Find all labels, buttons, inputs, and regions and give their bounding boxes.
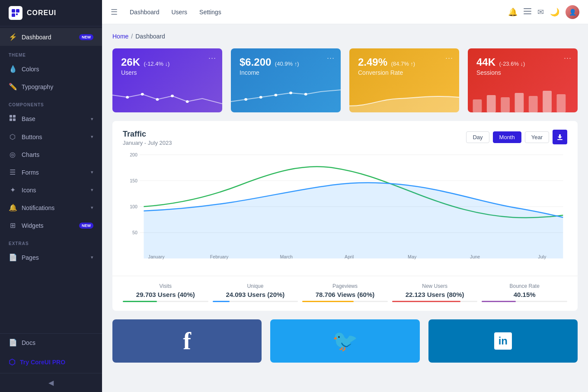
traffic-subtitle: January - July 2023 [123, 140, 172, 146]
sidebar-item-typography[interactable]: ✏️ Typography [0, 78, 102, 96]
stat-unique-label: Unique [213, 283, 298, 289]
sidebar-item-label: Dashboard [22, 34, 51, 41]
svg-rect-7 [13, 118, 16, 121]
typography-icon: ✏️ [9, 83, 16, 91]
stat-bounce: Bounce Rate 40.15% [482, 283, 567, 302]
svg-point-19 [289, 92, 292, 94]
stat-more-button[interactable]: ··· [327, 54, 335, 63]
sidebar-item-charts[interactable]: ◎ Charts [0, 146, 102, 163]
stat-pageviews-value: 78.706 Views (60%) [302, 291, 388, 298]
chevron-icon: ▾ [91, 187, 93, 193]
chevron-icon: ▾ [91, 169, 93, 175]
period-day-button[interactable]: Day [466, 131, 489, 143]
stat-change: (40.9% ↑) [275, 61, 299, 67]
new-badge: NEW [79, 223, 93, 229]
stats-grid: ··· 26K (-12.4% ↓) Users [112, 48, 578, 112]
sidebar-item-pages[interactable]: 📄 Pages ▾ [0, 249, 102, 266]
sidebar-item-base[interactable]: Base ▾ [0, 110, 102, 128]
stat-more-button[interactable]: ··· [445, 54, 453, 63]
sidebar-item-widgets[interactable]: ⊞ Widgets NEW [0, 217, 102, 234]
svg-rect-0 [12, 9, 15, 13]
period-month-button[interactable]: Month [493, 131, 521, 143]
svg-rect-4 [10, 115, 12, 118]
sidebar-item-dashboard[interactable]: ⚡ Dashboard NEW [0, 28, 102, 46]
chevron-icon: ▾ [91, 205, 93, 210]
traffic-stats: Visits 29.703 Users (40%) Unique 24.093 … [112, 276, 578, 311]
base-icon [9, 115, 16, 123]
svg-rect-26 [543, 91, 552, 112]
stat-pageviews-fill [302, 301, 354, 302]
sidebar-logo[interactable]: COREUI [0, 0, 102, 26]
linkedin-icon: in [494, 332, 512, 350]
try-pro-label: Try CoreUI PRO [20, 359, 65, 366]
stat-unique: Unique 24.093 Users (20%) [213, 283, 298, 302]
list-icon[interactable] [524, 7, 531, 16]
logo-icon [9, 6, 22, 20]
theme-section-label: THEME [0, 46, 102, 60]
widgets-icon: ⊞ [9, 221, 16, 229]
stat-more-button[interactable]: ··· [208, 54, 216, 63]
sidebar-item-colors[interactable]: 💧 Colors [0, 60, 102, 78]
svg-point-20 [304, 93, 307, 96]
stat-pageviews-bar [302, 301, 388, 302]
sidebar-item-buttons[interactable]: ⬡ Buttons ▾ [0, 128, 102, 146]
stat-visits-value: 29.703 Users (40%) [123, 291, 208, 298]
docs-icon: 📄 [9, 338, 16, 347]
svg-rect-28 [557, 139, 562, 140]
buttons-icon: ⬡ [9, 133, 16, 141]
stat-chart-users [112, 86, 222, 112]
try-pro-button[interactable]: ⬡ Try CoreUI PRO [0, 351, 102, 373]
menu-toggle-button[interactable]: ☰ [111, 7, 118, 17]
stat-visits-fill [123, 301, 157, 302]
stat-value: 2.49% [358, 56, 387, 68]
svg-rect-10 [524, 13, 531, 14]
nav-settings[interactable]: Settings [194, 6, 227, 18]
traffic-controls: Day Month Year [466, 130, 567, 144]
sidebar-item-notifications[interactable]: 🔔 Notifications ▾ [0, 199, 102, 217]
stat-unique-bar [213, 301, 298, 302]
svg-rect-23 [501, 97, 510, 112]
nav-users[interactable]: Users [166, 6, 193, 18]
notification-bell-icon[interactable]: 🔔 [508, 7, 518, 17]
twitter-icon: 🐦 [332, 329, 358, 353]
sidebar-item-label: Colors [22, 66, 39, 73]
stat-more-button[interactable]: ··· [564, 54, 572, 63]
social-card-linkedin[interactable]: in [428, 319, 578, 363]
nav-dashboard[interactable]: Dashboard [125, 6, 165, 18]
mail-icon[interactable]: ✉ [537, 7, 544, 17]
sidebar-item-label: Typography [22, 83, 53, 90]
breadcrumb-separator: / [131, 33, 133, 40]
sidebar-item-label: Widgets [22, 222, 44, 229]
svg-rect-21 [473, 99, 482, 112]
collapse-sidebar-button[interactable]: ◀ [0, 373, 102, 392]
svg-rect-6 [10, 118, 12, 121]
stat-chart-conversion [349, 86, 459, 112]
stat-value: $6.200 [240, 56, 271, 68]
stat-bounce-fill [482, 301, 516, 302]
dark-mode-icon[interactable]: 🌙 [550, 7, 559, 17]
download-button[interactable] [553, 130, 567, 144]
svg-rect-9 [524, 11, 531, 12]
components-section-label: COMPONENTS [0, 96, 102, 110]
sidebar-item-icons[interactable]: ✦ Icons ▾ [0, 181, 102, 199]
colors-icon: 💧 [9, 65, 16, 73]
social-card-facebook[interactable]: f [112, 319, 262, 363]
svg-rect-2 [12, 13, 15, 17]
svg-point-16 [244, 98, 247, 101]
avatar[interactable]: 👤 [566, 5, 579, 19]
stat-value: 44K [476, 56, 495, 68]
svg-point-15 [186, 100, 189, 103]
header: ☰ Dashboard Users Settings 🔔 ✉ 🌙 👤 [102, 0, 588, 24]
svg-point-13 [156, 98, 159, 101]
sidebar-item-label: Forms [22, 169, 39, 176]
sidebar-item-label: Notifications [22, 204, 54, 211]
sidebar-item-docs[interactable]: 📄 Docs [0, 334, 102, 351]
svg-rect-5 [13, 115, 16, 118]
period-year-button[interactable]: Year [525, 131, 549, 143]
breadcrumb-home[interactable]: Home [112, 33, 128, 40]
stat-newusers-bar [392, 301, 478, 302]
social-card-twitter[interactable]: 🐦 [270, 319, 419, 363]
svg-text:February: February [210, 254, 229, 259]
sidebar-item-forms[interactable]: ☰ Forms ▾ [0, 163, 102, 181]
sidebar-footer: 📄 Docs ⬡ Try CoreUI PRO ◀ [0, 333, 102, 392]
